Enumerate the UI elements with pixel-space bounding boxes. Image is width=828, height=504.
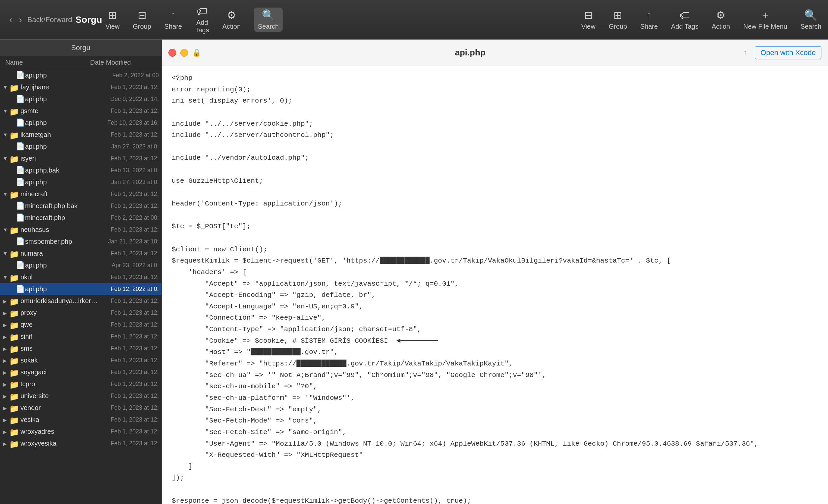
list-item[interactable]: 📄 api.php Apr 23, 2022 at 0:	[0, 259, 161, 271]
list-item[interactable]: ▼ 📁 neuhasus Feb 1, 2023 at 12:	[0, 224, 161, 235]
expand-icon: ▶	[3, 358, 8, 363]
new-file-menu-button[interactable]: + New File Menu	[743, 9, 787, 30]
file-date: Feb 1, 2023 at 12:	[99, 333, 159, 340]
file-list[interactable]: 📄 api.php Feb 2, 2022 at 00 ▼ 📁 fayujhan…	[0, 69, 161, 504]
list-item[interactable]: ▼ 📁 okul Feb 1, 2023 at 12:	[0, 271, 161, 283]
file-name: minecraft.php	[25, 214, 99, 222]
list-item[interactable]: 📄 api.php Feb 2, 2022 at 00	[0, 69, 161, 81]
group-button-right[interactable]: ⊞ Group	[609, 9, 627, 30]
folder-icon: 📁	[9, 440, 18, 447]
file-date: Feb 1, 2023 at 12:	[99, 309, 159, 316]
toolbar: ‹ › Back/Forward Sorgu ⊞ View ⊟ Group ↑ …	[0, 0, 828, 40]
code-header: 🔒 api.php ↑ Open with Xcode	[162, 40, 828, 66]
toolbar-left: ‹ › Back/Forward Sorgu ⊞ View ⊟ Group ↑ …	[7, 5, 244, 34]
file-date: Feb 10, 2023 at 16:	[99, 120, 159, 126]
list-item[interactable]: 📄 api.php.bak Feb 13, 2022 at 0:	[0, 164, 161, 176]
file-name: api.php	[25, 143, 99, 150]
action-button-right[interactable]: ⚙ Action	[712, 9, 730, 30]
file-name: api.php.bak	[25, 167, 99, 174]
list-item[interactable]: ▶ 📁 vendor Feb 1, 2023 at 12:	[0, 402, 161, 414]
minimize-button[interactable]	[180, 49, 188, 57]
list-item[interactable]: ▶ 📁 sokak Feb 1, 2023 at 12:	[0, 354, 161, 366]
list-item[interactable]: 📄 smsbomber.php Jan 21, 2023 at 18:	[0, 235, 161, 247]
folder-icon: 📁	[9, 155, 18, 162]
list-item[interactable]: 📄 api.php Jan 27, 2023 at 0:	[0, 140, 161, 152]
list-item[interactable]: ▶ 📁 omurlerkisadunya...irkereneolmusyani…	[0, 295, 161, 307]
file-name: wroxyvesika	[20, 440, 99, 447]
list-item[interactable]: ▼ 📁 ikametgah Feb 1, 2023 at 12:	[0, 129, 161, 140]
folder-icon: 📁	[9, 131, 18, 138]
list-item[interactable]: ▼ 📁 isyeri Feb 1, 2023 at 12:	[0, 152, 161, 164]
file-date: Feb 1, 2023 at 12:	[99, 84, 159, 91]
file-name: numara	[20, 250, 99, 257]
action-icon-left: ⚙	[227, 9, 236, 21]
add-tags-button[interactable]: 🏷 Add Tags	[195, 5, 209, 34]
list-item[interactable]: ▼ 📁 gsmtc Feb 1, 2023 at 12:	[0, 105, 161, 117]
file-name: tcpro	[20, 380, 99, 388]
action-button-left[interactable]: ⚙ Action	[222, 9, 241, 30]
file-icon: 📄	[16, 261, 23, 270]
share-icon: ↑	[171, 9, 176, 21]
code-content[interactable]: <?php error_reporting(0); ini_set('displ…	[162, 66, 828, 504]
search-button-right[interactable]: 🔍 Search	[800, 9, 821, 30]
forward-button[interactable]: ›	[16, 13, 25, 27]
folder-icon: 📁	[9, 226, 18, 233]
view-icon: ⊞	[108, 9, 117, 21]
list-item[interactable]: ▶ 📁 wroxyadres Feb 1, 2023 at 12:	[0, 425, 161, 438]
list-item[interactable]: 📄 api.php Dec 9, 2022 at 14:	[0, 93, 161, 105]
list-item[interactable]: ▶ 📁 universite Feb 1, 2023 at 12:	[0, 390, 161, 402]
list-item[interactable]: 📄 minecraft.php.bak Feb 1, 2023 at 12:	[0, 200, 161, 212]
file-name: vesika	[20, 416, 99, 423]
close-button[interactable]	[168, 49, 176, 57]
file-icon: 📄	[16, 178, 23, 186]
new-file-menu-label: New File Menu	[743, 23, 787, 30]
file-date: Feb 2, 2022 at 00	[99, 72, 159, 79]
file-name: ikametgah	[20, 131, 99, 139]
file-icon: 📄	[16, 71, 23, 80]
list-item[interactable]: 📄 api.php Feb 10, 2023 at 16:	[0, 117, 161, 129]
list-item[interactable]: ▼ 📁 minecraft Feb 1, 2023 at 12:	[0, 188, 161, 200]
back-button[interactable]: ‹	[7, 13, 15, 27]
share-button-right[interactable]: ↑ Share	[640, 9, 658, 30]
expand-icon: ▶	[3, 429, 8, 434]
file-name: universite	[20, 392, 99, 400]
collapse-icon: ▼	[3, 227, 8, 232]
list-item[interactable]: ▶ 📁 qwe Feb 1, 2023 at 12:	[0, 319, 161, 330]
open-with-xcode-button[interactable]: Open with Xcode	[755, 46, 821, 59]
collapse-icon: ▼	[3, 108, 8, 113]
list-item[interactable]: 📄 api.php Jan 27, 2023 at 0:	[0, 176, 161, 188]
list-item[interactable]: ▶ 📁 proxy Feb 1, 2023 at 12:	[0, 307, 161, 319]
add-tags-button-right[interactable]: 🏷 Add Tags	[671, 9, 699, 30]
view-button-right[interactable]: ⊟ View	[581, 9, 595, 30]
list-item[interactable]: 📄 api.php Feb 12, 2022 at 0:	[0, 283, 161, 295]
file-name: soyagaci	[20, 368, 99, 376]
file-date: Feb 1, 2023 at 12:	[99, 345, 159, 352]
file-date: Dec 9, 2022 at 14:	[99, 96, 159, 103]
list-item[interactable]: ▼ 📁 numara Feb 1, 2023 at 12:	[0, 247, 161, 259]
list-item[interactable]: ▶ 📁 soyagaci Feb 1, 2023 at 12:	[0, 366, 161, 378]
group-button[interactable]: ⊟ Group	[133, 9, 151, 30]
list-item[interactable]: ▶ 📁 sms Feb 1, 2023 at 12:	[0, 342, 161, 354]
list-item[interactable]: ▶ 📁 sinif Feb 1, 2023 at 12:	[0, 330, 161, 342]
nav-label: Back/Forward	[28, 15, 72, 24]
file-name: sinif	[20, 333, 99, 340]
share-code-icon: ↑	[743, 48, 747, 57]
list-item[interactable]: 📄 minecraft.php Feb 2, 2022 at 00:	[0, 212, 161, 224]
expand-icon: ▶	[3, 334, 8, 339]
list-item[interactable]: ▶ 📁 tcpro Feb 1, 2023 at 12:	[0, 378, 161, 390]
file-name: api.php	[25, 285, 99, 293]
file-icon: 📄	[16, 237, 23, 246]
main-content: Sorgu Name Date Modified 📄 api.php Feb 2…	[0, 40, 828, 504]
file-icon: 📄	[16, 166, 23, 175]
list-item[interactable]: ▼ 📁 fayujhane Feb 1, 2023 at 12:	[0, 81, 161, 93]
list-item[interactable]: ▶ 📁 vesika Feb 1, 2023 at 12:	[0, 414, 161, 425]
share-button[interactable]: ↑ Share	[164, 9, 182, 30]
file-date: Feb 1, 2023 at 12:	[99, 191, 159, 197]
expand-icon: ▶	[3, 298, 8, 304]
view-button[interactable]: ⊞ View	[105, 9, 120, 30]
lock-icon: 🔒	[192, 48, 201, 57]
list-item[interactable]: ▶ 📁 wroxyvesika Feb 1, 2023 at 12:	[0, 438, 161, 449]
file-date: Feb 1, 2023 at 12:	[99, 297, 159, 305]
file-name: isyeri	[20, 155, 99, 162]
share-code-button[interactable]: ↑	[739, 47, 751, 59]
